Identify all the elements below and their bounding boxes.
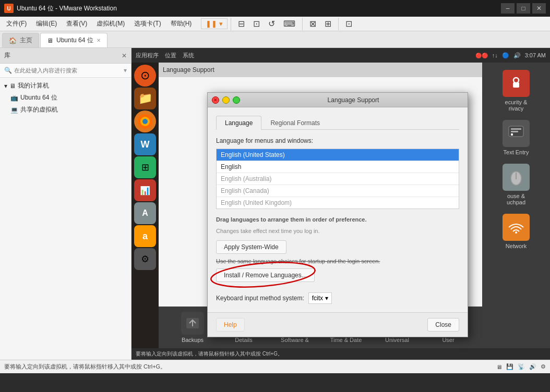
tree-expand-icon: ▾ — [4, 82, 7, 90]
dialog-minimize-button[interactable] — [222, 96, 230, 104]
sidebar-close-button[interactable]: ✕ — [122, 52, 127, 59]
ubuntu-bluetooth-indicator: 🔵 — [502, 52, 509, 59]
pause-button[interactable]: ❚❚ ▾ — [201, 18, 228, 29]
status-icon-2[interactable]: 💾 — [506, 363, 513, 370]
menu-vm[interactable]: 虚拟机(M) — [92, 18, 129, 30]
dialog-tab-language[interactable]: Language — [216, 116, 261, 130]
launcher-system-settings[interactable]: ⚙ — [134, 248, 156, 270]
settings-mouse-touchpad[interactable]: ouse &uchpad — [487, 161, 545, 209]
menu-tabs[interactable]: 选项卡(T) — [130, 18, 165, 30]
status-icon-1[interactable]: 🖥 — [496, 364, 502, 370]
settings-security-privacy[interactable]: ecurity &rivacy — [487, 67, 545, 115]
apply-system-wide-button[interactable]: Apply System-Wide — [216, 240, 286, 254]
svg-rect-8 — [511, 128, 521, 130]
main-area: 库 ✕ 🔍 ▾ ▾ 🖥 我的计算机 📺 Ubuntu 64 位 💻 共享的虚拟机 — [0, 48, 550, 360]
vmware-statusbar: 要将输入定向到该虚拟机，请将鼠标指针移入其中或按 Ctrl+G。 🖥 💾 📡 🔊… — [0, 360, 550, 373]
keyboard-row: Keyboard input method system: fcitx ▾ — [216, 292, 459, 304]
tab-home[interactable]: 🏠 主页 — [2, 33, 39, 47]
settings-text-entry[interactable]: Text Entry — [487, 117, 545, 158]
ubuntu-volume-indicator: 🔊 — [513, 52, 521, 59]
search-box: 🔍 ▾ — [0, 64, 131, 78]
dialog-title-bar: ✕ Language Support — [208, 93, 468, 107]
software-label: Software & — [281, 337, 309, 343]
ubuntu-clock: 3:07 AM — [525, 52, 546, 58]
tab-home-label: 主页 — [20, 36, 32, 45]
launcher-text-editor[interactable]: A — [134, 202, 156, 224]
search-dropdown-icon[interactable]: ▾ — [124, 67, 127, 74]
sidebar-title: 库 — [4, 51, 10, 60]
ubuntu-system-menu[interactable]: 系统 — [183, 52, 194, 59]
ubuntu-places-menu[interactable]: 位置 — [165, 52, 176, 59]
launcher-files[interactable]: 📁 — [134, 88, 156, 109]
launcher-firefox[interactable] — [134, 111, 156, 132]
drag-hint-sub: Changes take effect next time you log in… — [216, 228, 459, 234]
toolbar-send-keys[interactable]: ⌨ — [280, 17, 299, 31]
menu-file[interactable]: 文件(F) — [2, 18, 31, 30]
network-icon-box — [503, 214, 530, 241]
toolbar-screenshot[interactable]: ⊟ — [234, 17, 248, 31]
dialog-tab-regional[interactable]: Regional Formats — [261, 116, 329, 130]
toolbar-unity[interactable]: ⊞ — [321, 17, 335, 31]
tree-area: ▾ 🖥 我的计算机 📺 Ubuntu 64 位 💻 共享的虚拟机 — [0, 78, 131, 360]
launcher-calc[interactable]: ⊞ — [134, 156, 156, 178]
toolbar-revert[interactable]: ↺ — [265, 17, 279, 31]
details-label: Details — [235, 337, 253, 343]
app-icon: U — [4, 4, 14, 13]
minimize-button[interactable]: – — [501, 3, 515, 14]
ubuntu-bottombar: 要将输入定向到该虚拟机，请将鼠标指针移入其中或按 Ctrl+G。 — [131, 348, 550, 360]
toolbar-snapshot[interactable]: ⊡ — [249, 17, 264, 31]
lang-support-topbar: Language Support — [159, 63, 482, 77]
tree-item-shared-vm[interactable]: 💻 共享的虚拟机 — [0, 104, 131, 116]
launcher-writer[interactable]: W — [134, 133, 156, 155]
search-input[interactable] — [14, 67, 122, 74]
tree-item-my-computer[interactable]: ▾ 🖥 我的计算机 — [0, 80, 131, 92]
svg-point-15 — [515, 231, 517, 234]
tree-vm-icon: 📺 — [10, 94, 18, 102]
tab-close-icon[interactable]: ✕ — [97, 38, 101, 43]
close-dialog-button[interactable]: Close — [427, 318, 459, 332]
help-button[interactable]: Help — [216, 318, 245, 332]
time-label: Time & Date — [330, 337, 362, 343]
security-icon-box — [503, 70, 530, 97]
status-icon-4[interactable]: 🔊 — [529, 363, 536, 370]
status-icon-3[interactable]: 📡 — [518, 363, 525, 370]
menu-view[interactable]: 查看(V) — [62, 18, 91, 30]
close-button[interactable]: ✕ — [532, 3, 546, 14]
keyboard-value: fcitx — [312, 295, 323, 302]
title-bar: U Ubuntu 64 位 - VMware Workstation – □ ✕ — [0, 0, 550, 17]
vm-area[interactable]: 应用程序 位置 系统 🔴🔴 ↑↓ 🔵 🔊 3:07 AM ⊙ 📁 — [131, 48, 550, 360]
tab-ubuntu[interactable]: 🖥 Ubuntu 64 位 ✕ — [40, 33, 107, 47]
launcher-impress[interactable]: 📊 — [134, 179, 156, 201]
status-icon-5[interactable]: ⚙ — [541, 363, 546, 370]
status-icons: 🖥 💾 📡 🔊 ⚙ — [496, 363, 546, 370]
lang-item-en-gb[interactable]: English (United Kingdom) — [217, 197, 459, 209]
menu-help[interactable]: 帮助(H) — [166, 18, 196, 30]
keyboard-select[interactable]: fcitx ▾ — [308, 292, 332, 304]
tab-ubuntu-label: Ubuntu 64 位 — [56, 36, 93, 45]
launcher-amazon[interactable]: a — [134, 225, 156, 247]
text-entry-label: Text Entry — [504, 149, 529, 155]
launcher: ⊙ 📁 W ⊞ 📊 A a ⚙ — [131, 63, 159, 360]
backups-icon-box — [181, 312, 204, 335]
lang-item-en-us[interactable]: English (United States) — [217, 149, 459, 161]
dialog-maximize-button[interactable] — [233, 96, 240, 104]
dialog-footer: Help Close — [208, 312, 468, 337]
menu-edit[interactable]: 编辑(E) — [32, 18, 61, 30]
tree-item-ubuntu[interactable]: 📺 Ubuntu 64 位 — [0, 92, 131, 104]
install-remove-button[interactable]: Install / Remove Languages... — [216, 268, 315, 282]
launcher-ubuntu[interactable]: ⊙ — [134, 65, 156, 87]
tab-bar: 🏠 主页 🖥 Ubuntu 64 位 ✕ — [0, 31, 550, 48]
lang-item-en-au[interactable]: English (Australia) — [217, 173, 459, 185]
lang-item-en[interactable]: English — [217, 161, 459, 173]
maximize-button[interactable]: □ — [517, 3, 530, 14]
toolbar-full[interactable]: ⊠ — [306, 17, 320, 31]
dialog-close-button[interactable]: ✕ — [212, 96, 219, 104]
svg-point-2 — [142, 119, 148, 124]
keyboard-dropdown-icon: ▾ — [325, 295, 328, 302]
lang-item-en-ca[interactable]: English (Canada) — [217, 185, 459, 197]
ubuntu-apps-menu[interactable]: 应用程序 — [136, 52, 159, 59]
settings-network[interactable]: Network — [487, 211, 545, 252]
vmware-status-text: 要将输入定向到该虚拟机，请将鼠标指针移入其中或按 Ctrl+G。 — [4, 363, 166, 371]
toolbar-more[interactable]: ⊡ — [342, 17, 356, 31]
network-label: Network — [506, 243, 527, 249]
